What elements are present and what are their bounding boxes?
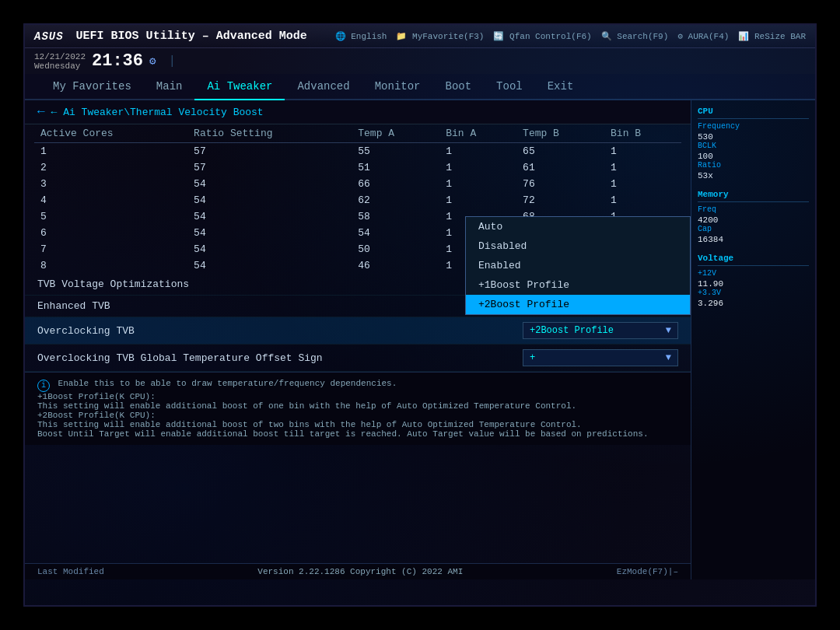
nav-ai-tweaker[interactable]: Ai Tweaker: [194, 74, 285, 100]
table-cell: 58: [352, 208, 439, 225]
nav-main[interactable]: Main: [144, 74, 195, 99]
rp-volt-title: Voltage: [698, 254, 809, 266]
dropdown-disabled[interactable]: Disabled: [466, 236, 690, 256]
myfavorite-icon[interactable]: 📁 MyFavorite(F3): [396, 31, 484, 41]
overclocking-tvb-label: Overclocking TVB: [37, 325, 523, 337]
info-icon: i: [37, 380, 50, 392]
rp-33v-value: 3.296: [698, 299, 809, 308]
table-cell: 61: [516, 159, 604, 176]
table-cell: 1: [439, 192, 516, 208]
table-cell: 6: [34, 225, 187, 241]
table-cell: 1: [439, 176, 516, 192]
table-row: 454621721: [34, 192, 681, 208]
breadcrumb: ← ← Ai Tweaker\Thermal Velocity Boost: [25, 100, 691, 124]
table-cell: 1: [439, 143, 516, 160]
version-text: Version 2.22.1286 Copyright (C) 2022 AMI: [104, 567, 617, 576]
bios-title: UEFI BIOS Utility – Advanced Mode: [76, 30, 323, 43]
footer-bar: Last Modified Version 2.22.1286 Copyrigh…: [25, 563, 691, 579]
table-cell: 54: [187, 208, 352, 225]
datetime-bar: 12/21/2022 Wednesday 21:36 ⚙ |: [25, 48, 815, 74]
nav-tool[interactable]: Tool: [484, 74, 535, 99]
offset-sign-current: +: [530, 352, 535, 363]
col-temp-b: Temp B: [516, 124, 604, 143]
dropdown-2boost[interactable]: +2Boost Profile: [466, 295, 690, 314]
table-cell: 1: [604, 159, 681, 176]
main-content: ← ← Ai Tweaker\Thermal Velocity Boost Ac…: [25, 100, 815, 579]
table-cell: 54: [187, 225, 352, 241]
rp-freq-value: 530: [698, 132, 809, 142]
col-active-cores: Active Cores: [34, 124, 187, 143]
nav-advanced[interactable]: Advanced: [285, 74, 362, 99]
rp-memfreq-value: 4200: [698, 215, 809, 225]
table-cell: 54: [352, 225, 439, 241]
nav-monitor[interactable]: Monitor: [362, 74, 433, 99]
table-cell: 50: [352, 241, 439, 257]
back-arrow[interactable]: ←: [37, 105, 45, 119]
time-display: 21:36: [92, 51, 143, 71]
offset-sign-row[interactable]: Overclocking TVB Global Temperature Offs…: [25, 345, 691, 372]
dropdown-1boost[interactable]: +1Boost Profile: [466, 275, 690, 295]
qfan-icon[interactable]: 🔄 Qfan Control(F6): [493, 31, 591, 41]
rp-cpu-section: Frequency 530 BCLK 100 Ratio 53x: [698, 122, 809, 180]
table-cell: 54: [187, 241, 352, 257]
datetime-info: 12/21/2022 Wednesday: [34, 52, 86, 71]
col-bin-b: Bin B: [604, 124, 681, 143]
nav-exit[interactable]: Exit: [535, 74, 586, 99]
overclocking-tvb-row[interactable]: Overclocking TVB +2Boost Profile ▼ Auto …: [25, 317, 691, 345]
aura-icon[interactable]: ⚙ AURA(F4): [677, 31, 729, 41]
breadcrumb-text: ← Ai Tweaker\Thermal Velocity Boost: [51, 107, 264, 118]
table-cell: 8: [34, 257, 187, 274]
table-cell: 2: [34, 159, 187, 176]
search-icon[interactable]: 🔍 Search(F9): [601, 31, 669, 41]
ezmode-label[interactable]: EzMode(F7)|–: [617, 567, 678, 576]
rp-bclk-label: BCLK: [698, 142, 809, 150]
dropdown-menu: Auto Disabled Enabled +1Boost Profile +2…: [465, 216, 691, 315]
nav-boot[interactable]: Boot: [432, 74, 484, 99]
table-cell: 1: [604, 176, 681, 192]
settings-gear-icon[interactable]: ⚙: [149, 54, 156, 68]
table-cell: 4: [34, 192, 187, 208]
asus-logo: ASUS: [34, 30, 64, 43]
table-cell: 1: [604, 192, 681, 208]
offset-dropdown-arrow-icon: ▼: [666, 352, 671, 363]
rp-cpu-title: CPU: [698, 107, 809, 119]
nav-bar: My Favorites Main Ai Tweaker Advanced Mo…: [25, 74, 815, 100]
left-panel: ← ← Ai Tweaker\Thermal Velocity Boost Ac…: [25, 100, 691, 579]
dropdown-enabled[interactable]: Enabled: [466, 256, 690, 275]
col-temp-a: Temp A: [352, 124, 439, 143]
rp-33v-label: +3.3V: [698, 289, 809, 297]
col-ratio-setting: Ratio Setting: [187, 124, 352, 143]
table-cell: 55: [352, 143, 439, 160]
rp-cap-label: Cap: [698, 225, 809, 233]
dropdown-auto[interactable]: Auto: [466, 217, 690, 236]
rp-freq-label: Frequency: [698, 122, 809, 131]
rp-ratio-value: 53x: [698, 171, 809, 180]
table-cell: 57: [187, 159, 352, 176]
nav-my-favorites[interactable]: My Favorites: [40, 74, 144, 99]
table-cell: 1: [604, 143, 681, 160]
table-cell: 66: [352, 176, 439, 192]
rp-volt-section: +12V 11.90 +3.3V 3.296: [698, 269, 809, 308]
rp-cap-value: 16384: [698, 235, 809, 244]
table-cell: 76: [516, 176, 604, 192]
table-cell: 51: [352, 159, 439, 176]
rp-mem-section: Freq 4200 Cap 16384: [698, 205, 809, 244]
table-cell: 3: [34, 176, 187, 192]
table-row: 354661761: [34, 176, 681, 192]
table-cell: 72: [516, 192, 604, 208]
overclocking-tvb-value[interactable]: +2Boost Profile ▼: [523, 322, 678, 339]
rp-bclk-value: 100: [698, 152, 809, 161]
settings-container: TVB Voltage Optimizations Enhanced TVB O…: [25, 274, 691, 372]
header-bar: ASUS UEFI BIOS Utility – Advanced Mode 🌐…: [25, 25, 815, 48]
table-cell: 1: [34, 143, 187, 160]
info-text: Enable this to be able to draw temperatu…: [37, 379, 649, 439]
resizebar-icon[interactable]: 📊 ReSize BAR: [738, 31, 806, 41]
table-cell: 57: [187, 143, 352, 160]
table-row: 257511611: [34, 159, 681, 176]
right-panel: CPU Frequency 530 BCLK 100 Ratio 53x Mem…: [691, 100, 815, 579]
offset-sign-value[interactable]: + ▼: [523, 349, 678, 366]
table-cell: 54: [187, 192, 352, 208]
last-modified-label: Last Modified: [37, 567, 104, 576]
english-icon[interactable]: 🌐 English: [335, 31, 387, 41]
info-box: i Enable this to be able to draw tempera…: [25, 372, 691, 445]
